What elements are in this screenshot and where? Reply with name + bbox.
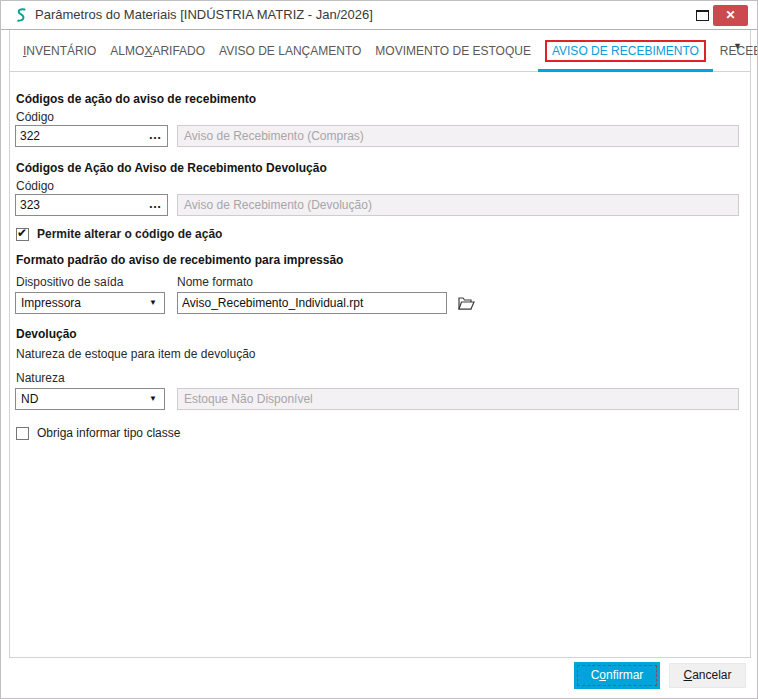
codigo-lookup-button-2[interactable]: …	[143, 195, 167, 215]
active-tab-highlight-box: AVISO DE RECEBIMENTO	[545, 40, 706, 62]
codigo-field-1-wrap: …	[15, 125, 168, 147]
tab-strip: INVENTÁRIO ALMOXARIFADO AVISO DE LANÇAME…	[10, 30, 750, 72]
chevron-down-icon: ▼	[149, 389, 157, 409]
section-header-devolucao: Devolução	[16, 327, 77, 341]
chevron-down-icon: ▼	[149, 293, 157, 313]
window-title: Parâmetros do Materiais [INDÚSTRIA MATRI…	[35, 1, 373, 29]
cancelar-button[interactable]: Cancelar	[669, 663, 746, 688]
dispositivo-saida-label: Dispositivo de saída	[16, 275, 123, 289]
close-icon[interactable]: ✕	[713, 5, 748, 26]
tab-aviso-de-recebimento[interactable]: AVISO DE RECEBIMENTO	[538, 30, 713, 72]
codigo-input-2[interactable]	[16, 195, 144, 215]
natureza-description: Estoque Não Disponível	[177, 388, 739, 410]
tab-overflow-arrow-icon[interactable]: ▼	[733, 41, 742, 51]
obriga-informar-checkbox-row[interactable]: Obriga informar tipo classe	[16, 426, 180, 440]
nome-formato-input[interactable]	[177, 292, 447, 314]
permite-alterar-checkbox[interactable]: ✔	[16, 228, 29, 241]
codigo-description-1: Aviso de Recebimento (Compras)	[177, 125, 739, 147]
main-panel: INVENTÁRIO ALMOXARIFADO AVISO DE LANÇAME…	[9, 30, 751, 658]
codigo-description-2: Aviso de Recebimento (Devolução)	[177, 194, 739, 216]
permite-alterar-label[interactable]: Permite alterar o código de ação	[37, 227, 222, 241]
tab-almoxarifado[interactable]: ALMOXARIFADO	[103, 30, 212, 72]
nome-formato-label: Nome formato	[177, 275, 253, 289]
obriga-informar-label[interactable]: Obriga informar tipo classe	[37, 426, 180, 440]
tab-inventario[interactable]: INVENTÁRIO	[16, 30, 103, 72]
codigo-field-2-wrap: …	[15, 194, 168, 216]
app-logo-icon	[13, 7, 29, 23]
codigo-label-1: Código	[16, 110, 54, 124]
tab-movimento-de-estoque[interactable]: MOVIMENTO DE ESTOQUE	[368, 30, 538, 72]
codigo-label-2: Código	[16, 179, 54, 193]
codigo-lookup-button-1[interactable]: …	[143, 126, 167, 146]
section-header-formato: Formato padrão do aviso de recebimento p…	[16, 253, 343, 267]
dispositivo-saida-dropdown[interactable]: Impressora ▼	[15, 292, 165, 314]
section-header-codigos-aviso: Códigos de ação do aviso de recebimento	[16, 92, 256, 106]
title-bar: Parâmetros do Materiais [INDÚSTRIA MATRI…	[1, 1, 757, 29]
natureza-subtitle: Natureza de estoque para item de devoluç…	[16, 347, 256, 361]
active-tab-underline	[538, 69, 713, 72]
tab-aviso-de-lancamento[interactable]: AVISO DE LANÇAMENTO	[212, 30, 368, 72]
checkmark-icon: ✔	[17, 226, 27, 240]
folder-browse-icon[interactable]	[457, 294, 477, 312]
confirmar-button[interactable]: Confirmar	[574, 662, 660, 689]
permite-alterar-checkbox-row[interactable]: ✔ Permite alterar o código de ação	[16, 227, 222, 241]
section-header-codigos-devolucao: Códigos de Ação do Aviso de Recebimento …	[16, 161, 327, 175]
codigo-input-1[interactable]	[16, 126, 144, 146]
maximize-icon[interactable]	[696, 10, 709, 21]
dialog-window: Parâmetros do Materiais [INDÚSTRIA MATRI…	[0, 0, 758, 699]
obriga-informar-checkbox[interactable]	[16, 427, 29, 440]
natureza-dropdown[interactable]: ND ▼	[15, 388, 165, 410]
natureza-label: Natureza	[16, 371, 65, 385]
